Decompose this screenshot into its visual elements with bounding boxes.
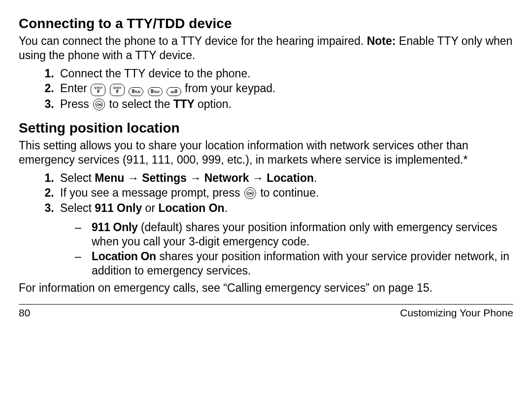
loc-step-2: If you see a message prompt, press to co… xyxy=(57,186,513,200)
tty-step3-b: to select the xyxy=(109,98,173,110)
loc-step-1: Select Menu → Settings → Network → Locat… xyxy=(57,171,513,185)
tty-step-2: Enter space# space# 8TUV 8TUV wx9 from y… xyxy=(57,81,513,96)
opt-location-on: Location On xyxy=(158,202,224,214)
heading-tty: Connecting to a TTY/TDD device xyxy=(19,15,513,32)
tty-step-1: Connect the TTY device to the phone. xyxy=(57,67,513,81)
tty-option-label: TTY xyxy=(173,98,195,110)
network-label: Network xyxy=(204,171,249,184)
loc-step3-or: or xyxy=(142,202,158,214)
loc-step2-a: If you see a message prompt, press xyxy=(60,186,243,199)
arrow-icon: → xyxy=(187,171,204,184)
key-9-icon: wx9 xyxy=(166,87,181,96)
loc-step-3: Select 911 Only or Location On. xyxy=(57,201,513,215)
location-label: Location xyxy=(266,171,314,184)
loc-step1-select: Select xyxy=(60,171,95,184)
location-after: For information on emergency calls, see … xyxy=(19,281,513,295)
ok-button-icon xyxy=(244,187,256,199)
loc-step2-b: to continue. xyxy=(260,186,319,199)
location-steps: Select Menu → Settings → Network → Locat… xyxy=(19,171,513,215)
list-item: Location On shares your position informa… xyxy=(75,249,513,278)
tty-step-3: Press to select the TTY option. xyxy=(57,97,513,111)
list-item: 911 Only (default) shares your position … xyxy=(75,220,513,249)
tty-intro: You can connect the phone to a TTY devic… xyxy=(19,34,513,63)
key-hash-icon: space# xyxy=(91,84,105,96)
menu-label: Menu xyxy=(95,171,124,184)
location-options-list: 911 Only (default) shares your position … xyxy=(19,220,513,278)
key-hash-icon: space# xyxy=(110,84,125,96)
arrow-icon: → xyxy=(124,171,142,184)
page-number: 80 xyxy=(19,307,30,319)
arrow-icon: → xyxy=(249,171,266,184)
settings-label: Settings xyxy=(142,171,187,184)
loc-step1-end: . xyxy=(314,171,317,184)
location-intro: This setting allows you to share your lo… xyxy=(19,138,513,167)
ok-button-icon xyxy=(93,99,105,110)
tty-step3-c: option. xyxy=(195,98,232,110)
opt-911-only: 911 Only xyxy=(95,202,142,214)
opt-911-only-desc: (default) shares your position informati… xyxy=(92,221,497,248)
tty-intro-a: You can connect the phone to a TTY devic… xyxy=(19,34,367,47)
loc-step3-a: Select xyxy=(60,202,95,214)
footer-divider xyxy=(19,304,513,305)
heading-location: Setting position location xyxy=(19,119,513,137)
page-footer: 80 Customizing Your Phone xyxy=(19,307,513,319)
section-title: Customizing Your Phone xyxy=(400,307,513,319)
opt-911-only-label: 911 Only xyxy=(92,221,138,234)
key-8-icon: 8TUV xyxy=(129,87,143,96)
loc-step3-end: . xyxy=(225,202,228,214)
tty-steps: Connect the TTY device to the phone. Ent… xyxy=(19,67,513,112)
opt-location-on-label: Location On xyxy=(92,250,156,263)
key-8-icon: 8TUV xyxy=(148,87,163,96)
tty-step3-a: Press xyxy=(60,98,92,110)
tty-step2-b: from your keypad. xyxy=(185,82,275,95)
tty-step2-a: Enter xyxy=(60,82,90,95)
note-label: Note: xyxy=(367,34,396,47)
